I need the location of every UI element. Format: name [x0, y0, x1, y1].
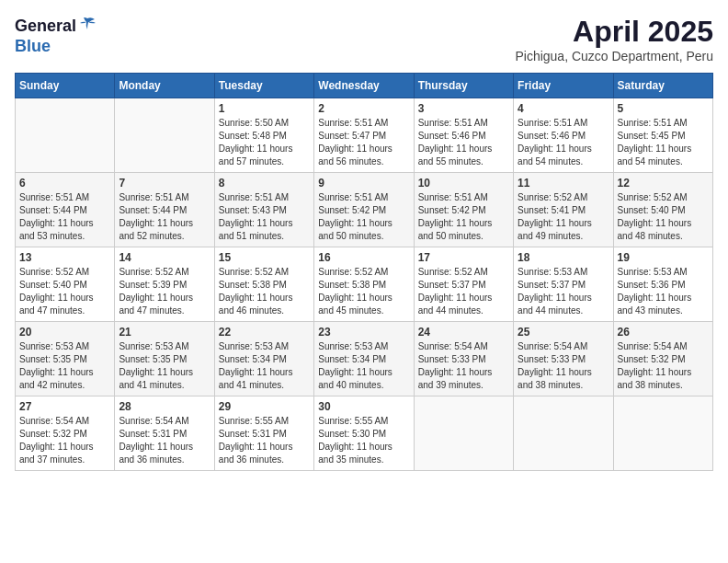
day-number: 19	[618, 251, 709, 264]
calendar-cell: 10Sunrise: 5:51 AMSunset: 5:42 PMDayligh…	[414, 173, 513, 247]
calendar: SundayMondayTuesdayWednesdayThursdayFrid…	[15, 73, 713, 471]
calendar-cell: 18Sunrise: 5:53 AMSunset: 5:37 PMDayligh…	[514, 247, 613, 322]
calendar-cell	[16, 98, 115, 173]
day-number: 17	[418, 251, 509, 264]
calendar-week-1: 1Sunrise: 5:50 AMSunset: 5:48 PMDaylight…	[16, 98, 713, 173]
day-number: 4	[518, 102, 609, 115]
day-number: 2	[318, 102, 409, 115]
day-info: Sunrise: 5:53 AMSunset: 5:36 PMDaylight:…	[618, 266, 709, 317]
day-number: 23	[318, 326, 409, 339]
day-info: Sunrise: 5:52 AMSunset: 5:40 PMDaylight:…	[618, 191, 709, 243]
day-header-friday: Friday	[514, 74, 613, 98]
calendar-cell: 8Sunrise: 5:51 AMSunset: 5:43 PMDaylight…	[214, 173, 313, 247]
calendar-cell: 25Sunrise: 5:54 AMSunset: 5:33 PMDayligh…	[514, 322, 613, 396]
day-info: Sunrise: 5:52 AMSunset: 5:39 PMDaylight:…	[119, 266, 210, 317]
day-number: 21	[119, 326, 210, 339]
day-number: 13	[19, 251, 110, 264]
day-info: Sunrise: 5:52 AMSunset: 5:41 PMDaylight:…	[518, 191, 609, 243]
calendar-cell	[414, 396, 513, 471]
day-info: Sunrise: 5:54 AMSunset: 5:33 PMDaylight:…	[418, 340, 509, 392]
day-info: Sunrise: 5:51 AMSunset: 5:42 PMDaylight:…	[318, 191, 409, 243]
calendar-week-3: 13Sunrise: 5:52 AMSunset: 5:40 PMDayligh…	[16, 247, 713, 322]
day-info: Sunrise: 5:51 AMSunset: 5:44 PMDaylight:…	[19, 191, 110, 243]
calendar-cell: 29Sunrise: 5:55 AMSunset: 5:31 PMDayligh…	[214, 396, 313, 471]
day-info: Sunrise: 5:51 AMSunset: 5:44 PMDaylight:…	[119, 191, 210, 243]
day-number: 24	[418, 326, 509, 339]
day-info: Sunrise: 5:51 AMSunset: 5:42 PMDaylight:…	[418, 191, 509, 243]
calendar-cell: 28Sunrise: 5:54 AMSunset: 5:31 PMDayligh…	[115, 396, 214, 471]
day-info: Sunrise: 5:55 AMSunset: 5:31 PMDaylight:…	[219, 415, 310, 466]
calendar-cell: 9Sunrise: 5:51 AMSunset: 5:42 PMDaylight…	[314, 173, 414, 247]
calendar-cell: 27Sunrise: 5:54 AMSunset: 5:32 PMDayligh…	[16, 396, 115, 471]
day-number: 15	[219, 251, 310, 264]
logo-bird-icon	[78, 15, 97, 37]
calendar-cell: 15Sunrise: 5:52 AMSunset: 5:38 PMDayligh…	[214, 247, 313, 322]
calendar-cell: 6Sunrise: 5:51 AMSunset: 5:44 PMDaylight…	[16, 173, 115, 247]
day-info: Sunrise: 5:54 AMSunset: 5:32 PMDaylight:…	[618, 340, 709, 392]
calendar-week-2: 6Sunrise: 5:51 AMSunset: 5:44 PMDaylight…	[16, 173, 713, 247]
calendar-cell: 2Sunrise: 5:51 AMSunset: 5:47 PMDaylight…	[314, 98, 414, 173]
day-info: Sunrise: 5:53 AMSunset: 5:37 PMDaylight:…	[518, 266, 609, 317]
calendar-week-5: 27Sunrise: 5:54 AMSunset: 5:32 PMDayligh…	[16, 396, 713, 471]
day-number: 22	[219, 326, 310, 339]
day-number: 16	[318, 251, 409, 264]
calendar-cell	[613, 396, 712, 471]
day-number: 7	[119, 177, 210, 190]
day-info: Sunrise: 5:53 AMSunset: 5:34 PMDaylight:…	[219, 340, 310, 392]
day-info: Sunrise: 5:52 AMSunset: 5:38 PMDaylight:…	[318, 266, 409, 317]
calendar-cell: 16Sunrise: 5:52 AMSunset: 5:38 PMDayligh…	[314, 247, 414, 322]
calendar-cell: 30Sunrise: 5:55 AMSunset: 5:30 PMDayligh…	[314, 396, 414, 471]
day-number: 6	[19, 177, 110, 190]
calendar-cell: 19Sunrise: 5:53 AMSunset: 5:36 PMDayligh…	[613, 247, 712, 322]
calendar-cell: 13Sunrise: 5:52 AMSunset: 5:40 PMDayligh…	[16, 247, 115, 322]
day-info: Sunrise: 5:53 AMSunset: 5:34 PMDaylight:…	[318, 340, 409, 392]
day-number: 20	[19, 326, 110, 339]
day-info: Sunrise: 5:51 AMSunset: 5:43 PMDaylight:…	[219, 191, 310, 243]
day-info: Sunrise: 5:53 AMSunset: 5:35 PMDaylight:…	[119, 340, 210, 392]
day-number: 10	[418, 177, 509, 190]
day-info: Sunrise: 5:54 AMSunset: 5:33 PMDaylight:…	[518, 340, 609, 392]
day-header-sunday: Sunday	[16, 74, 115, 98]
calendar-week-4: 20Sunrise: 5:53 AMSunset: 5:35 PMDayligh…	[16, 322, 713, 396]
calendar-cell: 21Sunrise: 5:53 AMSunset: 5:35 PMDayligh…	[115, 322, 214, 396]
calendar-cell: 23Sunrise: 5:53 AMSunset: 5:34 PMDayligh…	[314, 322, 414, 396]
day-info: Sunrise: 5:54 AMSunset: 5:31 PMDaylight:…	[119, 415, 210, 466]
calendar-cell: 22Sunrise: 5:53 AMSunset: 5:34 PMDayligh…	[214, 322, 313, 396]
day-number: 26	[618, 326, 709, 339]
calendar-cell: 1Sunrise: 5:50 AMSunset: 5:48 PMDaylight…	[214, 98, 313, 173]
day-header-thursday: Thursday	[414, 74, 513, 98]
day-number: 28	[119, 400, 210, 413]
day-header-wednesday: Wednesday	[314, 74, 414, 98]
calendar-cell	[115, 98, 214, 173]
calendar-cell: 14Sunrise: 5:52 AMSunset: 5:39 PMDayligh…	[115, 247, 214, 322]
day-info: Sunrise: 5:51 AMSunset: 5:47 PMDaylight:…	[318, 117, 409, 168]
calendar-cell: 12Sunrise: 5:52 AMSunset: 5:40 PMDayligh…	[613, 173, 712, 247]
day-info: Sunrise: 5:55 AMSunset: 5:30 PMDaylight:…	[318, 415, 409, 466]
day-info: Sunrise: 5:54 AMSunset: 5:32 PMDaylight:…	[19, 415, 110, 466]
day-number: 25	[518, 326, 609, 339]
day-number: 1	[219, 102, 310, 115]
day-number: 9	[318, 177, 409, 190]
calendar-cell: 26Sunrise: 5:54 AMSunset: 5:32 PMDayligh…	[613, 322, 712, 396]
day-header-monday: Monday	[115, 74, 214, 98]
calendar-header-row: SundayMondayTuesdayWednesdayThursdayFrid…	[16, 74, 713, 98]
calendar-cell: 11Sunrise: 5:52 AMSunset: 5:41 PMDayligh…	[514, 173, 613, 247]
month-title: April 2025	[515, 15, 713, 49]
calendar-cell: 7Sunrise: 5:51 AMSunset: 5:44 PMDaylight…	[115, 173, 214, 247]
day-info: Sunrise: 5:51 AMSunset: 5:46 PMDaylight:…	[418, 117, 509, 168]
day-info: Sunrise: 5:51 AMSunset: 5:46 PMDaylight:…	[518, 117, 609, 168]
calendar-cell: 20Sunrise: 5:53 AMSunset: 5:35 PMDayligh…	[16, 322, 115, 396]
calendar-cell	[514, 396, 613, 471]
day-number: 27	[19, 400, 110, 413]
day-info: Sunrise: 5:50 AMSunset: 5:48 PMDaylight:…	[219, 117, 310, 168]
calendar-cell: 17Sunrise: 5:52 AMSunset: 5:37 PMDayligh…	[414, 247, 513, 322]
day-info: Sunrise: 5:52 AMSunset: 5:37 PMDaylight:…	[418, 266, 509, 317]
day-number: 5	[618, 102, 709, 115]
day-number: 3	[418, 102, 509, 115]
day-number: 18	[518, 251, 609, 264]
day-info: Sunrise: 5:53 AMSunset: 5:35 PMDaylight:…	[19, 340, 110, 392]
day-info: Sunrise: 5:51 AMSunset: 5:45 PMDaylight:…	[618, 117, 709, 168]
calendar-cell: 4Sunrise: 5:51 AMSunset: 5:46 PMDaylight…	[514, 98, 613, 173]
location-title: Pichigua, Cuzco Department, Peru	[515, 49, 713, 63]
day-number: 29	[219, 400, 310, 413]
